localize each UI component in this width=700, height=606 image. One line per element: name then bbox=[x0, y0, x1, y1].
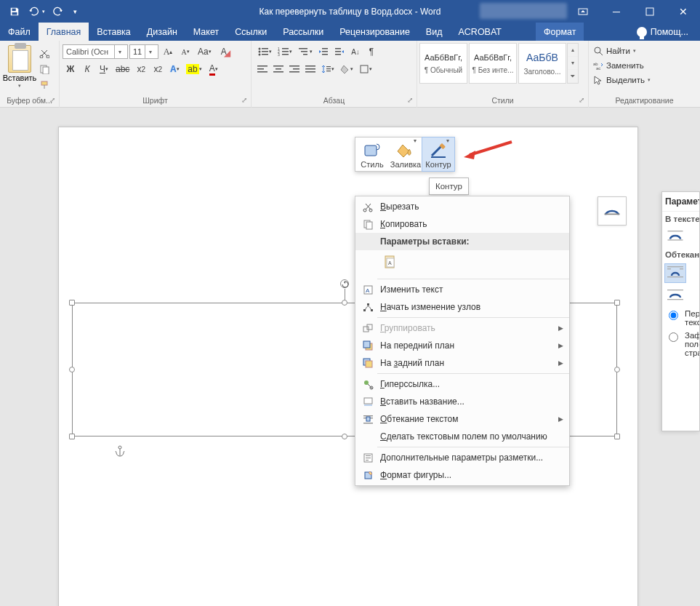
ctx-item-label: Изменить текст bbox=[380, 284, 443, 295]
layout-options-button[interactable] bbox=[598, 196, 627, 226]
maximize-button[interactable] bbox=[633, 0, 667, 23]
superscript-button[interactable]: x2 bbox=[150, 61, 166, 77]
ctx-cut[interactable]: Вырезать bbox=[355, 198, 569, 215]
bullets-button[interactable]: ▾ bbox=[254, 44, 275, 60]
italic-button[interactable]: К bbox=[79, 61, 95, 77]
shrink-font-button[interactable]: A▾ bbox=[177, 44, 193, 60]
line-spacing-button[interactable]: ▾ bbox=[318, 61, 337, 77]
layout-opt-through[interactable] bbox=[664, 286, 686, 306]
ctx-edit-text[interactable]: AИзменить текст bbox=[355, 281, 569, 298]
tab-review[interactable]: Рецензирование bbox=[331, 23, 418, 41]
style-normal[interactable]: АаБбВвГг,¶ Обычный bbox=[419, 43, 467, 84]
style-no-spacing[interactable]: АаБбВвГг,¶ Без инте... bbox=[469, 43, 517, 84]
customize-qat-button[interactable]: ▾ bbox=[70, 0, 80, 23]
dialog-launcher-icon[interactable]: ⤢ bbox=[48, 96, 57, 105]
cut-button[interactable] bbox=[36, 45, 52, 61]
format-painter-button[interactable] bbox=[36, 77, 52, 93]
tab-layout[interactable]: Макет bbox=[185, 23, 227, 41]
ctx-wrap[interactable]: Обтекание текстом▶ bbox=[355, 410, 569, 428]
mini-style-button[interactable]: Стиль bbox=[355, 137, 389, 171]
svg-rect-42 bbox=[326, 66, 331, 67]
dialog-launcher-icon[interactable]: ⤢ bbox=[406, 96, 414, 105]
grow-font-button[interactable]: A▴ bbox=[160, 44, 176, 60]
sort-button[interactable]: A↓ bbox=[347, 44, 363, 60]
ctx-send-back[interactable]: На задний план▶ bbox=[355, 354, 569, 372]
close-button[interactable]: ✕ bbox=[667, 0, 700, 23]
style-heading1[interactable]: АаБбВЗаголово... bbox=[518, 43, 566, 84]
svg-point-49 bbox=[118, 446, 121, 449]
show-paragraph-marks-button[interactable]: ¶ bbox=[363, 44, 379, 60]
highlight-button[interactable]: ab▾ bbox=[183, 61, 204, 77]
tell-me-search[interactable]: Помощ... bbox=[637, 23, 688, 41]
change-case-button[interactable]: Aa▾ bbox=[195, 44, 214, 60]
layout-radio-fix-position[interactable]: Зафполостран bbox=[662, 329, 699, 359]
font-name-combo[interactable]: Calibri (Осн▾ bbox=[63, 44, 128, 59]
caption-icon bbox=[361, 395, 374, 408]
save-button[interactable] bbox=[4, 0, 25, 23]
redo-button[interactable] bbox=[48, 0, 68, 23]
mini-fill-button[interactable]: ▾ Заливка bbox=[389, 137, 422, 171]
increase-indent-button[interactable] bbox=[331, 44, 347, 60]
layout-opt-inline[interactable] bbox=[664, 228, 686, 246]
strikethrough-button[interactable]: abc bbox=[113, 61, 132, 77]
ctx-more[interactable]: Дополнительные параметры разметки... bbox=[355, 449, 569, 466]
ribbon-display-options[interactable] bbox=[566, 0, 600, 23]
dialog-launcher-icon[interactable]: ⤢ bbox=[240, 96, 249, 105]
ctx-link[interactable]: Гиперссылка... bbox=[355, 375, 569, 393]
link-icon bbox=[361, 378, 374, 391]
font-size-combo[interactable]: 11▾ bbox=[129, 44, 158, 59]
multilevel-list-button[interactable]: ▾ bbox=[295, 44, 315, 60]
dialog-launcher-icon[interactable]: ⤢ bbox=[577, 96, 586, 105]
subscript-button[interactable]: x2 bbox=[133, 61, 149, 77]
tab-format-contextual[interactable]: Формат bbox=[536, 23, 584, 41]
paste-option-keep-formatting[interactable]: A bbox=[380, 252, 401, 273]
justify-button[interactable] bbox=[302, 61, 318, 77]
tab-file[interactable]: Файл bbox=[0, 23, 39, 41]
select-button[interactable]: Выделить▾ bbox=[589, 73, 700, 87]
svg-rect-44 bbox=[326, 71, 331, 71]
rotation-handle[interactable] bbox=[340, 279, 349, 288]
svg-rect-26 bbox=[322, 54, 328, 55]
tab-references[interactable]: Ссылки bbox=[227, 23, 275, 41]
copy-button[interactable] bbox=[36, 61, 52, 77]
group-icon bbox=[361, 322, 374, 335]
layout-radio-move-with-text[interactable]: Пертекс bbox=[662, 307, 699, 329]
ctx-bring-front[interactable]: На передний план▶ bbox=[355, 337, 569, 354]
clear-formatting-button[interactable]: A◢ bbox=[216, 44, 232, 60]
borders-button[interactable]: ▾ bbox=[356, 61, 375, 77]
align-left-button[interactable] bbox=[254, 61, 270, 77]
bold-button[interactable]: Ж bbox=[63, 61, 79, 77]
svg-rect-52 bbox=[668, 239, 683, 240]
tab-view[interactable]: Вид bbox=[418, 23, 451, 41]
svg-rect-36 bbox=[289, 65, 299, 67]
undo-button[interactable]: ▾ bbox=[26, 0, 47, 23]
ctx-caption[interactable]: Вставить название... bbox=[355, 393, 569, 410]
shading-button[interactable]: ▾ bbox=[337, 61, 356, 77]
ctx-copy[interactable]: Копировать bbox=[355, 215, 569, 233]
tab-acrobat[interactable]: ACROBAT bbox=[450, 23, 510, 41]
document-area[interactable]: Параметр В тексте Обтекани Пертекс Зафпо… bbox=[0, 108, 700, 606]
layout-opt-square[interactable] bbox=[664, 263, 686, 283]
ctx-edit-points[interactable]: Начать изменение узлов bbox=[355, 298, 569, 316]
tab-home[interactable]: Главная bbox=[39, 23, 89, 41]
tab-insert[interactable]: Вставка bbox=[89, 23, 138, 41]
styles-scroll[interactable]: ▴▾⏷ bbox=[567, 43, 579, 84]
numbering-button[interactable]: 123▾ bbox=[275, 44, 295, 60]
find-button[interactable]: Найти▾ bbox=[589, 44, 700, 58]
ctx-item-label: На передний план bbox=[380, 340, 454, 351]
paste-button[interactable]: Вставить ▾ bbox=[3, 44, 36, 96]
replace-button[interactable]: abacЗаменить bbox=[589, 58, 700, 73]
tab-mailings[interactable]: Рассылки bbox=[275, 23, 331, 41]
decrease-indent-button[interactable] bbox=[315, 44, 331, 60]
minimize-button[interactable]: ─ bbox=[600, 0, 633, 23]
tab-design[interactable]: Дизайн bbox=[139, 23, 185, 41]
align-center-button[interactable] bbox=[270, 61, 286, 77]
fill-icon: ▾ bbox=[396, 141, 415, 160]
align-right-button[interactable] bbox=[286, 61, 302, 77]
ctx-format[interactable]: Формат фигуры... bbox=[355, 466, 569, 484]
ctx-item[interactable]: Сделать текстовым полем по умолчанию bbox=[355, 428, 569, 445]
font-color-button[interactable]: A▾ bbox=[206, 61, 222, 77]
mini-outline-button[interactable]: ▾ Контур bbox=[422, 137, 455, 172]
underline-button[interactable]: Ч▾ bbox=[96, 61, 112, 77]
text-effects-button[interactable]: A▾ bbox=[166, 61, 182, 77]
